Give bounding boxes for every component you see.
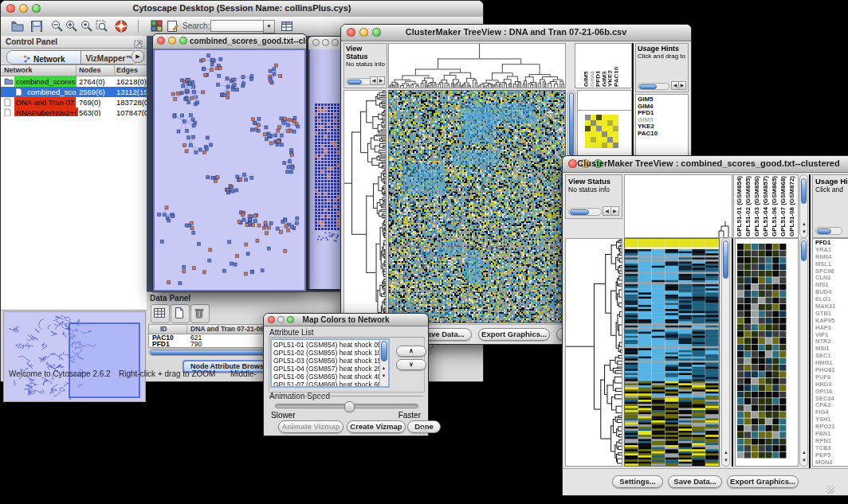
down-arrow-icon[interactable]: ▼ — [801, 229, 807, 236]
zoom-in-button[interactable] — [65, 19, 78, 36]
column-label[interactable]: GPL51-08 (GSM872) — [788, 176, 797, 236]
tab-network[interactable]: Network — [7, 51, 81, 64]
network-name[interactable]: combined_scores — [14, 76, 77, 87]
up-arrow-icon[interactable]: ▲ — [801, 221, 807, 228]
move-down-button[interactable]: ∨ — [396, 359, 426, 370]
down-arrow-icon[interactable]: ▼ — [801, 457, 807, 464]
tv2-genelist-vscrollbar[interactable]: ▲ ▼ — [799, 238, 808, 467]
up-arrow-icon[interactable]: ▲ — [380, 365, 387, 372]
table-grid-button[interactable] — [151, 304, 170, 323]
attribute-list-item[interactable]: GPL51-04 (GSM857) heat shock 20 min — [272, 365, 388, 373]
open-session-button[interactable] — [10, 19, 25, 37]
new-attribute-button[interactable] — [171, 304, 190, 323]
tv1-row-labels[interactable]: GIM5GIM4PFD1GIM3YKE2PAC10 — [635, 94, 689, 161]
animation-speed-slider[interactable] — [275, 404, 418, 408]
col-nodes[interactable]: Nodes — [79, 66, 101, 74]
tv2-top-vscrollbar[interactable]: ▲ ▼ — [799, 174, 808, 238]
save-data-button[interactable]: Save Data... — [668, 475, 722, 488]
column-label[interactable]: GPL51-06 (GSM865) — [771, 176, 779, 236]
column-label[interactable]: GPL51-02 (GSM855) — [744, 176, 753, 236]
settings-button[interactable]: Settings... — [612, 475, 663, 488]
col-edges[interactable]: Edges — [116, 66, 138, 74]
attribute-list-item[interactable]: GPL51-01 (GSM854) heat shock 05 min — [272, 341, 388, 349]
column-label[interactable]: GPL51-07 (GSM868) — [779, 176, 788, 236]
minimize-icon[interactable] — [322, 39, 329, 46]
column-label[interactable]: GPL51-01 (GSM854) — [736, 176, 744, 236]
tv2-genelist-vscroll-thumb[interactable] — [801, 240, 807, 261]
attribute-listbox[interactable]: GPL51-01 (GSM854) heat shock 05 minGPL51… — [270, 338, 390, 388]
main-titlebar[interactable]: Cytoscape Desktop (Session Name: collins… — [1, 1, 483, 18]
tv2-zoom-heatmap[interactable] — [737, 244, 787, 459]
network-view-canvas[interactable] — [155, 50, 304, 290]
dp-col-attr[interactable]: DNA and Tran 07-21-06 — [190, 325, 264, 333]
create-vizmap-button[interactable]: Create Vizmap — [347, 420, 406, 433]
attribute-list-item[interactable]: GPL51-03 (GSM856) heat shock 15 min — [272, 357, 388, 365]
tab-overflow-button[interactable]: ▶ — [132, 50, 144, 63]
slider-thumb[interactable] — [344, 401, 355, 412]
dp-col-id[interactable]: ID — [160, 325, 167, 333]
tv2-heatmap[interactable] — [624, 238, 720, 467]
birdseye-view[interactable] — [3, 311, 146, 402]
export-graphics-button[interactable]: Export Graphics... — [478, 328, 550, 341]
attribute-list-item[interactable]: GPL51-06 (GSM865) heat shock 40 min — [272, 373, 388, 381]
up-arrow-icon[interactable]: ▲ — [801, 449, 807, 456]
row-label[interactable]: PAC10 — [638, 131, 688, 138]
right-arrow-icon[interactable]: ▶ — [610, 206, 619, 216]
close-icon[interactable] — [157, 37, 165, 45]
delete-attribute-button[interactable] — [190, 304, 210, 323]
tv1-status-hscrollbar[interactable] — [346, 78, 373, 85]
tv1-heatmap-vscroll-thumb[interactable] — [569, 92, 574, 156]
tab-vizmapper[interactable]: VizMapper™ — [81, 51, 138, 64]
table-row[interactable]: combined_scores2764(0)16218(0) — [1, 76, 147, 87]
tv2-usage-hscrollbar[interactable] — [815, 227, 842, 235]
tv1-column-labels[interactable]: GIM5GIM4PFD1GIM3YKE2PAC10 — [575, 43, 632, 88]
tv2-gene-dendrogram[interactable] — [565, 238, 622, 467]
column-label[interactable]: GPL51-03 (GSM856) — [753, 176, 762, 236]
col-network[interactable]: Network — [4, 66, 33, 74]
up-arrow-icon[interactable]: ▲ — [723, 449, 729, 456]
tv2-status-hscrollbar[interactable] — [568, 208, 602, 216]
down-arrow-icon[interactable]: ▼ — [380, 373, 387, 380]
zoom-out-button[interactable] — [50, 19, 64, 36]
attribute-list-vscrollbar[interactable]: ▲ ▼ — [379, 340, 388, 386]
zoom-selected-button[interactable] — [80, 19, 93, 36]
tv2-gene-list[interactable]: PFD1YRA1RNR4MSL1SPC98CLN1NIS1BUD4ELG1MAK… — [812, 238, 848, 467]
birdseye-canvas[interactable] — [4, 312, 143, 400]
network-name[interactable]: DNA and Tran 07 — [14, 97, 76, 107]
tv2-heatmap-vscroll-thumb[interactable] — [723, 240, 728, 279]
column-label[interactable]: GIM5 — [582, 45, 588, 87]
column-label[interactable]: PAC10 — [612, 45, 618, 87]
tv1-array-dendrogram[interactable] — [388, 43, 566, 88]
column-label[interactable]: YKE2 — [606, 45, 612, 87]
right-arrow-icon[interactable]: ▶ — [377, 76, 385, 85]
column-label[interactable]: GPL51-04 (GSM857) — [762, 176, 771, 236]
network-name[interactable]: combined_sco — [26, 87, 77, 97]
tv1-heatmap[interactable] — [388, 90, 566, 323]
tv2-array-dendrogram[interactable] — [624, 174, 732, 238]
resize-grip[interactable] — [826, 485, 834, 494]
export-graphics-button[interactable]: Export Graphics... — [727, 475, 799, 488]
move-up-button[interactable]: ∧ — [396, 346, 426, 357]
resize-grip[interactable] — [418, 426, 427, 435]
close-icon[interactable] — [312, 39, 320, 46]
search-dropdown-button[interactable]: ▼ — [263, 20, 275, 33]
tv2-top-vscroll-thumb[interactable] — [801, 178, 807, 204]
table-row[interactable]: DNA and Tran 07769(0)183728(0) — [1, 97, 147, 107]
zoom-fit-button[interactable] — [95, 19, 108, 36]
network-grid-canvas[interactable] — [310, 49, 342, 287]
table-row[interactable]: combined_sco2569(6)13112(15) — [1, 87, 147, 97]
column-label[interactable]: GIM3 — [600, 45, 607, 87]
tv1-zoom-matrix[interactable] — [585, 115, 618, 148]
column-label[interactable]: GIM4 — [588, 45, 595, 87]
animate-vizmap-button[interactable]: Animate Vizmap — [278, 420, 344, 433]
tv2-heatmap-vscrollbar[interactable]: ▲ ▼ — [721, 238, 730, 467]
attribute-list-item[interactable]: GPL51-07 (GSM868) heat shock 60 min — [272, 381, 388, 388]
zoom-window-icon[interactable] — [332, 39, 339, 46]
attribute-list-vscroll-thumb[interactable] — [381, 341, 387, 361]
minimize-icon[interactable] — [168, 37, 176, 45]
help-button[interactable] — [114, 19, 128, 37]
search-input[interactable] — [210, 20, 265, 32]
tv1-usage-hscrollbar[interactable] — [638, 83, 669, 90]
tv1-gene-dendrogram[interactable] — [344, 90, 387, 323]
zoom-window-icon[interactable] — [179, 37, 187, 45]
